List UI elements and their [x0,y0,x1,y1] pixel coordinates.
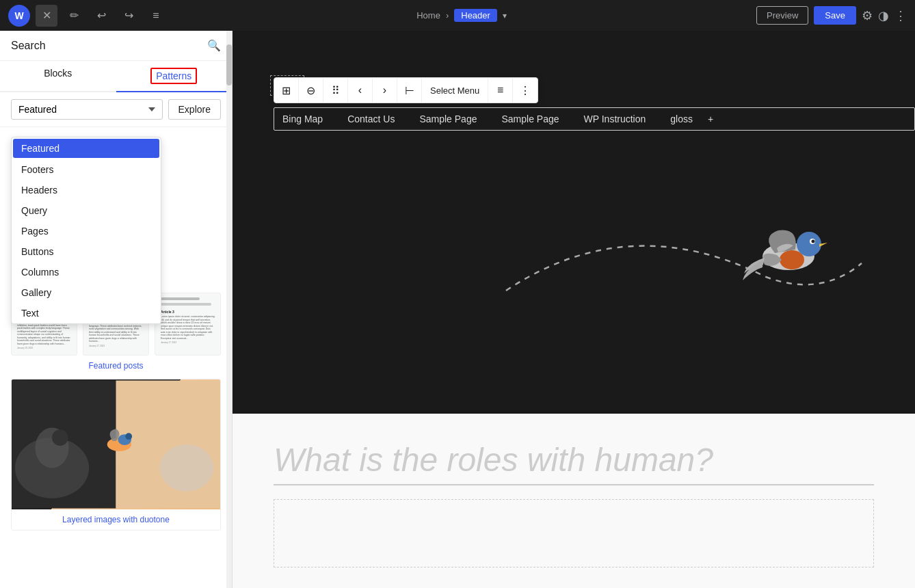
tab-row: Blocks Patterns [0,61,232,92]
nav-item-sample-page-2[interactable]: Sample Page [489,113,571,124]
svg-point-7 [125,433,132,440]
breadcrumb: Home › Header ▾ [416,9,507,22]
search-area: Search 🔍 [0,31,232,61]
layered-images-preview [12,379,220,509]
block-type-button[interactable]: ⊖ [299,78,323,103]
layered-images-label: Layered images with duotone [12,515,220,524]
svg-point-10 [780,250,804,269]
nav-add-button[interactable]: + [708,113,713,124]
top-bar: W ✕ ✏ ↩ ↪ ≡ Home › Header ▾ Preview Save… [0,0,915,31]
theme-icon[interactable]: ◑ [878,8,889,23]
save-button[interactable]: Save [814,6,856,25]
align-button[interactable]: ⊢ [397,78,422,103]
svg-point-11 [797,232,821,256]
bird-illustration [737,215,833,291]
explore-button[interactable]: Explore [168,99,221,120]
edit-button[interactable]: ✏ [63,5,85,27]
redo-button[interactable]: ↪ [118,5,140,27]
lower-heading: What is the roles with human? [274,441,874,485]
svg-rect-1 [116,381,221,509]
navigate-left[interactable]: ‹ [348,78,373,103]
dropdown-item-gallery[interactable]: Gallery [12,282,161,303]
settings-icon[interactable]: ⚙ [862,8,873,23]
top-bar-right: Preview Save ⚙ ◑ ⋮ [756,6,907,25]
category-select[interactable]: Featured Footers Headers Query Pages But… [11,99,163,120]
top-bar-left: W ✕ ✏ ↩ ↪ ≡ [8,5,167,27]
transform-button[interactable]: ⊞ [274,78,299,103]
dropdown-item-query[interactable]: Query [12,200,161,221]
sidebar-scroll[interactable]: What is the roles with human? Selected c… [0,284,232,588]
nav-item-bing-map[interactable]: Bing Map [282,113,335,124]
tab-patterns[interactable]: Patterns [116,61,233,92]
nav-bar: Bing Map Contact Us Sample Page Sample P… [274,107,915,131]
canvas-dark-area: ⊞ ⊖ ⠿ ‹ › ⊢ Select Menu ≡ ⋮ Bing Map Con… [233,31,915,414]
justify-button[interactable]: ≡ [488,78,513,103]
svg-point-13 [812,240,815,243]
header-badge[interactable]: Header [454,9,497,22]
nav-item-sample-page-1[interactable]: Sample Page [407,113,489,124]
dropdown-item-headers[interactable]: Headers [12,180,161,200]
sidebar: Search 🔍 Blocks Patterns Featured Footer… [0,31,233,588]
chevron-down-icon[interactable]: ▾ [503,11,507,21]
search-label: Search [11,40,46,52]
featured-posts-label[interactable]: Featured posts [11,361,221,371]
dropdown-item-text[interactable]: Text [12,303,161,323]
block-toolbar: ⊞ ⊖ ⠿ ‹ › ⊢ Select Menu ≡ ⋮ [274,77,538,103]
patterns-tab-label: Patterns [150,68,197,84]
dropdown-item-buttons[interactable]: Buttons [12,241,161,262]
scrollbar-thumb[interactable] [226,44,232,85]
card-3: Article 3 Lorem ipsum dolor sit amet, co… [155,293,221,356]
list-view-button[interactable]: ≡ [145,5,167,27]
preview-button[interactable]: Preview [756,6,808,25]
navigate-right[interactable]: › [373,78,397,103]
home-link[interactable]: Home [416,10,440,21]
dotted-content-box [274,499,874,567]
nav-item-gloss[interactable]: gloss [658,113,705,124]
dropdown-menu: Featured Footers Headers Query Pages But… [11,137,161,324]
sidebar-scrollbar[interactable] [226,31,232,588]
wordpress-logo[interactable]: W [8,5,30,27]
search-button[interactable]: 🔍 [207,39,221,52]
dropdown-item-featured[interactable]: Featured [13,139,159,158]
dropdown-item-footers[interactable]: Footers [12,159,161,180]
nav-item-wp-instruction[interactable]: WP Instruction [572,113,659,124]
dropdown-item-columns[interactable]: Columns [12,262,161,282]
lower-content-area: What is the roles with human? [233,414,915,588]
close-button[interactable]: ✕ [36,5,57,27]
dropdown-row: Featured Footers Headers Query Pages But… [0,92,232,127]
svg-point-4 [52,430,68,446]
drag-handle[interactable]: ⠿ [323,78,348,103]
dropdown-item-pages[interactable]: Pages [12,221,161,241]
main-layout: Search 🔍 Blocks Patterns Featured Footer… [0,31,915,588]
more-options-icon[interactable]: ⋮ [894,8,907,23]
layered-images-card[interactable]: Layered images with duotone [11,379,221,531]
more-options-toolbar[interactable]: ⋮ [513,78,538,103]
breadcrumb-separator: › [446,10,449,21]
undo-button[interactable]: ↩ [90,5,112,27]
nav-item-contact-us[interactable]: Contact Us [335,113,407,124]
select-menu-button[interactable]: Select Menu [422,78,488,103]
tab-blocks[interactable]: Blocks [0,61,116,92]
canvas[interactable]: ⊞ ⊖ ⠿ ‹ › ⊢ Select Menu ≡ ⋮ Bing Map Con… [233,31,915,588]
svg-point-8 [159,444,213,492]
